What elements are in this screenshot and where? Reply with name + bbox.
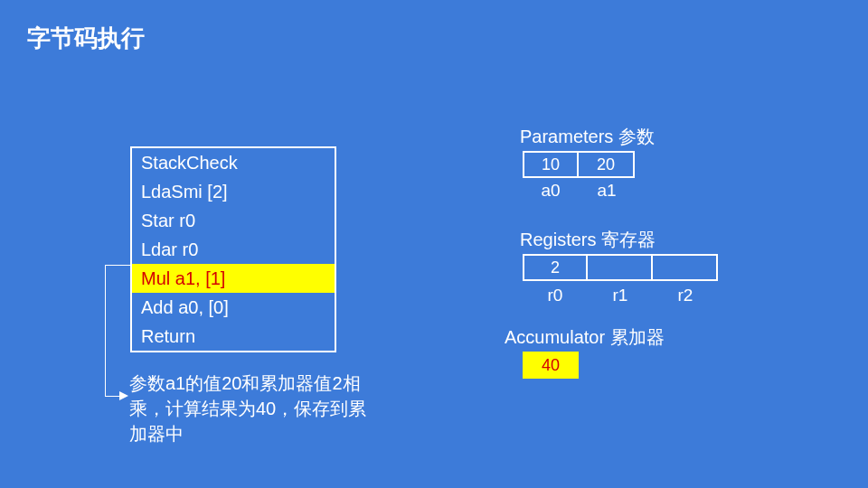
bytecode-line: Ldar r0 <box>132 235 335 264</box>
register-name: r0 <box>523 286 588 305</box>
bytecode-line: Star r0 <box>132 206 335 235</box>
parameters-sublabels: a0 a1 <box>523 181 635 201</box>
parameter-name: a1 <box>579 181 635 201</box>
register-cell: 2 <box>523 254 588 281</box>
connector-line <box>105 265 106 396</box>
connector-line <box>105 265 130 266</box>
register-cell <box>653 254 718 281</box>
registers-cells: 2 <box>523 254 718 281</box>
registers-sublabels: r0 r1 r2 <box>523 286 718 305</box>
slide-title: 字节码执行 <box>27 23 145 54</box>
bytecode-line: StackCheck <box>132 148 335 177</box>
registers-label: Registers 寄存器 <box>520 228 656 252</box>
parameter-cell: 20 <box>579 151 635 178</box>
parameter-cell: 10 <box>523 151 579 178</box>
bytecode-list: StackCheck LdaSmi [2] Star r0 Ldar r0 Mu… <box>130 146 336 352</box>
accumulator-value: 40 <box>523 352 579 379</box>
register-name: r2 <box>653 286 718 305</box>
bytecode-line: LdaSmi [2] <box>132 177 335 206</box>
bytecode-line: Add a0, [0] <box>132 293 335 322</box>
parameters-cells: 10 20 <box>523 151 635 178</box>
parameter-name: a0 <box>523 181 579 201</box>
register-name: r1 <box>588 286 653 305</box>
parameters-label: Parameters 参数 <box>520 125 655 149</box>
bytecode-line-active: Mul a1, [1] <box>132 264 335 293</box>
accumulator-label: Accumulator 累加器 <box>505 325 665 350</box>
bytecode-line: Return <box>132 322 335 351</box>
step-caption: 参数a1的值20和累加器值2相乘，计算结果为40，保存到累加器中 <box>129 371 373 446</box>
arrow-icon <box>119 391 128 400</box>
register-cell <box>588 254 653 281</box>
